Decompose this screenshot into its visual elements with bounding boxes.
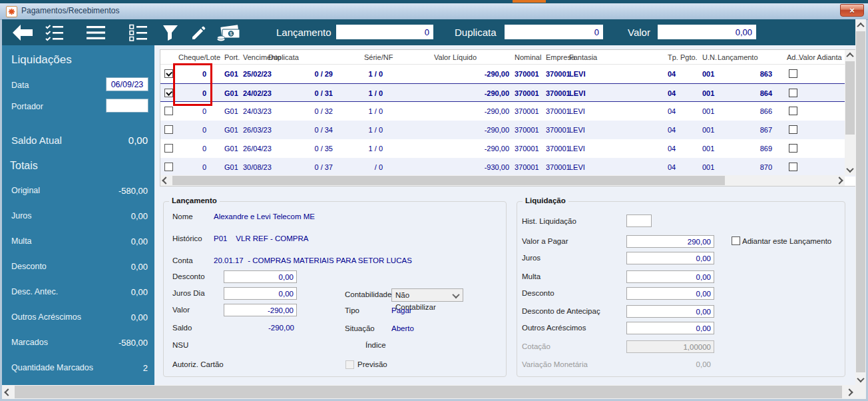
grid-row[interactable]: 0G0124/02/230 / 311 / 0-290,003700013700… <box>160 83 855 102</box>
valor-input[interactable] <box>658 25 756 39</box>
row-checkbox[interactable] <box>164 89 173 97</box>
cell-cheque: 0 <box>174 158 206 177</box>
grid-vertical-scrollbar[interactable] <box>845 50 855 175</box>
sidebar-total-row: Marcados-580,00 <box>2 331 154 356</box>
cell-dup: 0 / 32 <box>280 102 333 121</box>
grid-scroll-up-button[interactable] <box>845 50 855 61</box>
duplicata-input[interactable] <box>505 25 603 39</box>
cell-nominal: 370001 <box>515 84 545 103</box>
mark-all-button[interactable] <box>45 24 65 41</box>
chevron-right-icon <box>835 177 843 184</box>
total-value: 0,00 <box>131 262 148 272</box>
row-checkbox[interactable] <box>164 163 173 171</box>
col-header-fantasia[interactable]: Fantasia <box>569 50 656 65</box>
app-window: Pagamentos/Recebimentos × <box>0 0 868 401</box>
portador-input[interactable] <box>106 99 148 113</box>
contabilidade-select[interactable]: Não Contabilizar <box>391 288 463 302</box>
grid-hscroll-thumb[interactable] <box>172 176 725 185</box>
grid-scroll-down-button[interactable] <box>845 165 855 175</box>
data-input[interactable] <box>106 77 148 91</box>
col-header-nominal[interactable]: Nominal <box>515 50 545 65</box>
desconto-label: Desconto <box>172 272 205 280</box>
close-button[interactable]: × <box>840 4 864 17</box>
juros-dia-input[interactable] <box>224 287 297 300</box>
saldo-atual-value: 0,00 <box>128 135 148 146</box>
row-checkbox[interactable] <box>164 125 173 134</box>
juros-input[interactable] <box>626 252 714 264</box>
sidebar: Liquidações Data Portador Saldo Atual 0,… <box>2 45 154 385</box>
grid-vscroll-thumb[interactable] <box>845 61 855 135</box>
col-header-cheque-lote[interactable]: Cheque/Lote <box>178 50 232 65</box>
outros-acrescimos-input[interactable] <box>626 322 714 334</box>
window-hscroll-thumb[interactable] <box>15 386 842 398</box>
adiantar-row-checkbox[interactable] <box>789 89 797 97</box>
window-vertical-scrollbar[interactable] <box>855 19 866 385</box>
duplicata-field-label: Duplicata <box>455 19 497 45</box>
saldo-value: -290,00 <box>224 324 294 332</box>
toolbar: $ Lançamento Duplicata Valor <box>2 19 855 45</box>
col-header-valor-liquido[interactable]: Valor Líquido <box>434 50 514 65</box>
row-checkbox[interactable] <box>164 107 173 115</box>
adiantar-checkbox[interactable] <box>732 236 740 245</box>
cell-tp: 04 <box>668 121 701 139</box>
filter-button[interactable] <box>162 24 179 41</box>
saldo-atual-label: Saldo Atual <box>11 135 62 146</box>
adiantar-row-checkbox[interactable] <box>789 163 797 171</box>
previsao-checkbox[interactable] <box>345 360 354 369</box>
grid-row[interactable]: 0G0126/04/230 / 351 / 0-290,003700013700… <box>160 139 855 158</box>
col-header-serie-nf[interactable]: Série/NF <box>364 50 404 65</box>
cell-nominal: 370001 <box>515 65 545 83</box>
hist-liquidacao-input[interactable] <box>626 214 652 227</box>
window-vscroll-thumb[interactable] <box>856 31 865 372</box>
edit-button[interactable] <box>190 24 208 41</box>
window-scroll-down-button[interactable] <box>855 374 866 385</box>
historico-label: Histórico <box>172 234 202 242</box>
hist-liquidacao-label: Hist. Liquidação <box>522 217 576 225</box>
sidebar-total-row: Quantidade Marcados2 <box>2 356 154 382</box>
col-header-valor-adiantado[interactable]: Valor Adianta <box>799 50 843 65</box>
back-button[interactable] <box>11 23 34 42</box>
total-value: -580,00 <box>118 338 148 348</box>
adiantar-row-checkbox[interactable] <box>789 144 797 153</box>
sidebar-total-row: Outros Acréscimos0,00 <box>2 306 154 331</box>
menu-button[interactable] <box>86 25 106 41</box>
total-value: 0,00 <box>131 287 148 297</box>
window-scroll-up-button[interactable] <box>855 19 866 31</box>
valor-a-pagar-input[interactable] <box>626 235 714 248</box>
situacao-value: Aberto <box>391 324 414 332</box>
cell-lanc: 863 <box>720 65 772 83</box>
cell-serie: 1 / 0 <box>347 65 383 83</box>
desconto-input[interactable] <box>224 270 297 283</box>
adiantar-row-checkbox[interactable] <box>789 107 797 115</box>
grid-scroll-right-button[interactable] <box>834 175 845 186</box>
desconto-antecipacao-input[interactable] <box>626 305 714 318</box>
grid-row[interactable]: 0G0126/03/230 / 341 / 0-290,003700013700… <box>160 121 855 139</box>
window-scroll-right-button[interactable] <box>843 385 855 399</box>
adiantar-row-checkbox[interactable] <box>789 69 797 78</box>
cell-dup: 0 / 35 <box>280 139 333 158</box>
unmark-all-button[interactable] <box>128 24 148 41</box>
titlebar[interactable]: Pagamentos/Recebimentos × <box>0 3 868 20</box>
previsao-label: Previsão <box>357 360 387 368</box>
col-header-tp-pgto[interactable]: Tp. Pgto. <box>668 50 701 65</box>
window-horizontal-scrollbar[interactable] <box>2 385 855 399</box>
row-checkbox[interactable] <box>164 69 173 78</box>
valor-input[interactable] <box>224 304 297 316</box>
app-icon <box>6 6 17 17</box>
lancamento-input[interactable] <box>336 25 433 39</box>
grid-row[interactable]: 0G0130/08/230 / 37/ 0-930,00370001370001… <box>160 158 855 177</box>
grid-row[interactable]: 0G0125/02/230 / 291 / 0-290,003700013700… <box>160 65 855 83</box>
col-header-lancamento[interactable]: Lançamento <box>718 50 777 65</box>
window-scroll-left-button[interactable] <box>2 385 14 399</box>
pay-button[interactable]: $ <box>216 23 242 42</box>
col-header-duplicata[interactable]: Duplicata <box>268 50 328 65</box>
adiantar-row-checkbox[interactable] <box>789 125 797 134</box>
grid-horizontal-scrollbar[interactable] <box>160 175 845 186</box>
multa-input[interactable] <box>626 270 714 283</box>
desconto-liq-input[interactable] <box>626 287 714 300</box>
grid-row[interactable]: 0G0124/03/230 / 321 / 0-290,003700013700… <box>160 102 855 121</box>
row-checkbox[interactable] <box>164 144 173 153</box>
cell-nominal: 370001 <box>515 121 545 139</box>
grid-scroll-left-button[interactable] <box>160 175 171 186</box>
valor-a-pagar-label: Valor a Pagar <box>522 237 568 245</box>
